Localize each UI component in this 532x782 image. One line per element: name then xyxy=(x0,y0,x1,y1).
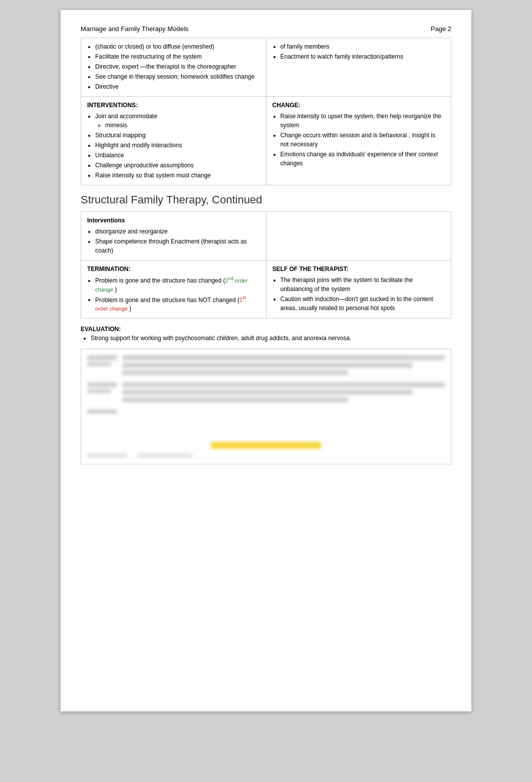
cell-header-self: SELF OF THE THERAPIST: xyxy=(273,265,445,274)
list-item: Challenge unproductive assumptions xyxy=(95,161,260,170)
list-item: See change in therapy session; homework … xyxy=(95,72,260,81)
table-cell-left-4: TERMINATION: Problem is gone and the str… xyxy=(81,260,267,318)
list-item: Directive, expert —the therapist is the … xyxy=(95,62,260,71)
list-item: of family members xyxy=(281,42,445,51)
cell-header-termination: TERMINATION: xyxy=(87,265,260,274)
list-item: Facilitate the restructuring of the syst… xyxy=(95,52,260,61)
list-item: mimesis xyxy=(105,121,260,130)
table-cell-right-3 xyxy=(267,212,451,260)
list-item: The therapist joins with the system to f… xyxy=(281,276,445,294)
table-row: (chaotic or closed) or too diffuse (enme… xyxy=(81,38,451,97)
cell-header: INTERVENTIONS: xyxy=(87,101,260,110)
header-title: Marriage and Family Therapy Models xyxy=(81,25,188,33)
continued-table: Interventions disorganize and reorganize… xyxy=(81,211,451,319)
list-item: Change occurs within session and is beha… xyxy=(281,131,445,149)
list-item: Raise intensity so that system must chan… xyxy=(95,171,260,180)
table-cell-left-3: Interventions disorganize and reorganize… xyxy=(81,212,267,260)
list-item: Enactment to watch family interaction/pa… xyxy=(281,52,445,61)
order-change-green: 2nd order change xyxy=(95,278,247,293)
page-header: Marriage and Family Therapy Models Page … xyxy=(81,25,451,33)
evaluation-title: EVALUATION: xyxy=(81,326,451,333)
cell-header: CHANGE: xyxy=(273,101,445,110)
blurred-footer xyxy=(87,453,445,458)
table-row: INTERVENTIONS: Join and accommodate mime… xyxy=(81,97,451,185)
blurred-section xyxy=(81,349,451,464)
list-item: Caution with induction—don't get sucked … xyxy=(281,295,445,313)
list-item: Emotions change as individuals' experien… xyxy=(281,150,445,168)
table-row: Interventions disorganize and reorganize… xyxy=(81,212,451,260)
cell-header: Interventions xyxy=(87,216,260,225)
list-item: Unbalance xyxy=(95,151,260,160)
top-table: (chaotic or closed) or too diffuse (enme… xyxy=(81,38,451,185)
list-item: Problem is gone and the structure has ch… xyxy=(95,276,260,294)
section-heading: Structural Family Therapy, Continued xyxy=(81,193,451,206)
table-row: TERMINATION: Problem is gone and the str… xyxy=(81,260,451,318)
list-item: disorganize and reorganize xyxy=(95,227,260,236)
table-cell-right-2: CHANGE: Raise intensity to upset the sys… xyxy=(267,97,451,185)
order-change-red: 1st order change xyxy=(95,297,246,312)
page: Marriage and Family Therapy Models Page … xyxy=(61,10,471,711)
list-item: Directive xyxy=(95,82,260,91)
header-page: Page 2 xyxy=(431,25,451,33)
table-cell-left-1: (chaotic or closed) or too diffuse (enme… xyxy=(81,38,267,96)
list-item: Shape competence through Enactment (ther… xyxy=(95,237,260,255)
evaluation-section: EVALUATION: Strong support for working w… xyxy=(81,326,451,342)
list-item: Problem is gone and the structure has NO… xyxy=(95,295,260,314)
table-cell-right-1: of family members Enactment to watch fam… xyxy=(267,38,451,96)
evaluation-item: Strong support for working with psychoso… xyxy=(91,335,451,342)
list-item: Join and accommodate mimesis xyxy=(95,112,260,130)
list-item: Structural mapping xyxy=(95,131,260,140)
list-item: (chaotic or closed) or too diffuse (enme… xyxy=(95,42,260,51)
table-cell-right-4: SELF OF THE THERAPIST: The therapist joi… xyxy=(267,260,451,318)
list-item: Highlight and modify interactions xyxy=(95,141,260,150)
table-cell-left-2: INTERVENTIONS: Join and accommodate mime… xyxy=(81,97,267,185)
highlight-bar xyxy=(211,442,321,449)
blurred-content xyxy=(87,355,445,458)
list-item: Raise intensity to upset the system, the… xyxy=(281,112,445,130)
